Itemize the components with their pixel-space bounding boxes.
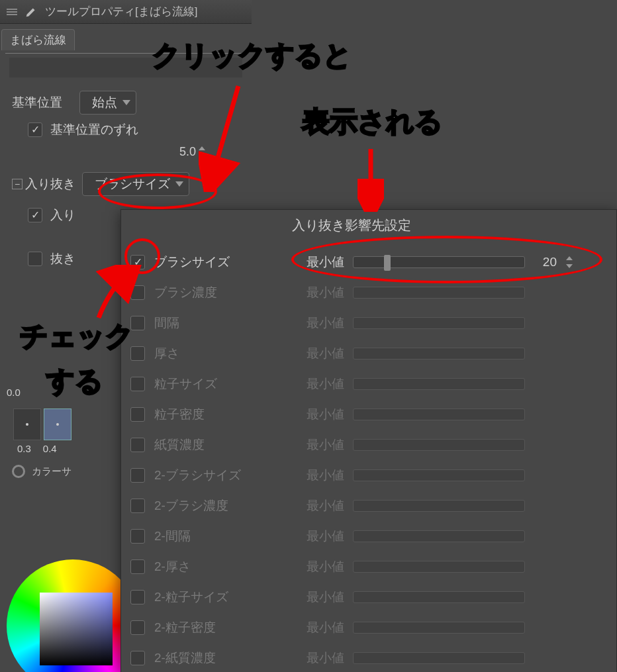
check-item-13-label: 2-紙質濃度 [154,649,216,667]
check-item-7: 2-ブラシサイズ [130,460,296,491]
chevron-down-icon [175,181,183,187]
check-item-8: 2-ブラシ濃度 [130,491,296,521]
check-item-2-checkbox[interactable] [130,316,145,330]
panel-menu-icon[interactable] [7,7,17,17]
swatch-value-2: 0.4 [43,443,57,454]
check-item-10-checkbox[interactable] [130,559,145,574]
color-wheel[interactable] [7,559,139,672]
min-row-13: 最小値 [307,643,611,672]
min-slider-11 [353,591,525,603]
base-offset-label: 基準位置のずれ [50,121,138,138]
min-row-11: 最小値 [307,582,611,612]
tab-row: まばら流線 [0,24,252,50]
check-item-3-checkbox[interactable] [130,346,145,361]
check-item-8-checkbox[interactable] [130,499,145,513]
base-offset-row: 基準位置のずれ [12,121,245,138]
min-row-6: 最小値 [307,430,611,460]
min-label: 最小値 [307,284,345,301]
nuki-checkbox[interactable] [28,252,42,266]
min-row-10: 最小値 [307,552,611,582]
swatch-value-1: 0.3 [17,443,31,454]
min-label: 最小値 [307,406,345,423]
divider [5,53,246,54]
base-position-row: 基準位置 始点 [12,91,245,115]
check-item-13: 2-紙質濃度 [130,643,296,672]
base-position-select[interactable]: 始点 [79,91,136,115]
check-item-1-label: ブラシ濃度 [154,284,217,301]
check-item-12-label: 2-粒子密度 [154,619,216,636]
swatch-1[interactable] [13,408,41,440]
min-label: 最小値 [307,436,345,454]
check-item-10-label: 2-厚さ [154,558,191,575]
min-slider-1 [353,287,525,299]
tab-sparse-stream[interactable]: まばら流線 [1,29,75,50]
min-label: 最小値 [307,558,345,575]
min-label: 最小値 [307,254,345,271]
bottom-value-1: 0.0 [7,387,21,398]
iri-checkbox[interactable] [28,208,42,222]
check-item-12-checkbox[interactable] [130,620,145,635]
check-item-9-label: 2-間隔 [154,528,191,545]
min-label: 最小値 [307,528,345,545]
check-item-12: 2-粒子密度 [130,612,296,643]
min-row-3: 最小値 [307,338,611,369]
base-offset-value-row: 5.0 [12,145,245,159]
iri-label: 入り [50,207,75,224]
check-item-1-checkbox[interactable] [130,285,145,300]
base-offset-checkbox[interactable] [28,122,42,137]
min-label: 最小値 [307,314,345,332]
min-slider-6 [353,439,525,451]
color-box[interactable] [40,593,113,665]
min-row-4: 最小値 [307,369,611,399]
panel-header: ツールプロパティ[まばら流線] [0,0,252,24]
check-item-0-label: ブラシサイズ [154,254,230,271]
min-slider-0[interactable] [353,256,525,268]
check-item-11-label: 2-粒子サイズ [154,589,228,606]
check-item-5: 粒子密度 [130,399,296,430]
min-label: 最小値 [307,345,345,362]
check-item-6-label: 紙質濃度 [154,436,205,454]
base-offset-value[interactable]: 5.0 [179,145,196,159]
collapse-icon[interactable]: − [12,179,23,189]
check-item-2: 間隔 [130,308,296,338]
swatch-2[interactable] [44,408,71,440]
popup-minvalues: 最小値20最小値最小値最小値最小値最小値最小値最小値最小値最小値最小値最小値最小… [307,247,611,672]
stepper-icon[interactable] [566,256,573,268]
min-slider-7 [353,469,525,481]
min-row-2: 最小値 [307,308,611,338]
popup-checklist: ブラシサイズブラシ濃度間隔厚さ粒子サイズ粒子密度紙質濃度2-ブラシサイズ2-ブラ… [130,247,296,672]
check-item-13-checkbox[interactable] [130,651,145,665]
stroke-dropdown[interactable]: ブラシサイズ [82,172,189,196]
annotation-shows: 表示される [302,103,443,140]
min-label: 最小値 [307,497,345,514]
check-item-7-checkbox[interactable] [130,468,145,483]
min-label: 最小値 [307,467,345,484]
min-label: 最小値 [307,589,345,606]
min-slider-8 [353,500,525,512]
min-row-9: 最小値 [307,521,611,552]
min-slider-3 [353,348,525,360]
min-slider-13 [353,652,525,664]
min-slider-2 [353,317,525,329]
check-item-4-checkbox[interactable] [130,377,145,391]
min-slider-5 [353,408,525,420]
min-row-7: 最小値 [307,460,611,491]
check-item-2-label: 間隔 [154,314,179,332]
base-position-value: 始点 [92,94,117,111]
min-row-1: 最小値 [307,277,611,308]
min-value-0[interactable]: 20 [538,255,557,269]
min-row-5: 最小値 [307,399,611,430]
min-slider-10 [353,561,525,573]
check-item-5-checkbox[interactable] [130,407,145,422]
check-item-9-checkbox[interactable] [130,529,145,544]
slider-handle[interactable] [384,255,391,271]
color-wheel-icon [12,465,25,478]
stroke-group-label: 入り抜き [25,175,75,193]
check-item-6-checkbox[interactable] [130,438,145,452]
annotation-arrow-3 [357,146,384,212]
check-item-0-checkbox[interactable] [130,255,145,269]
check-item-11: 2-粒子サイズ [130,582,296,612]
stepper-icon[interactable] [199,146,205,158]
check-item-11-checkbox[interactable] [130,590,145,604]
color-panel-title: カラーサ [32,465,71,478]
